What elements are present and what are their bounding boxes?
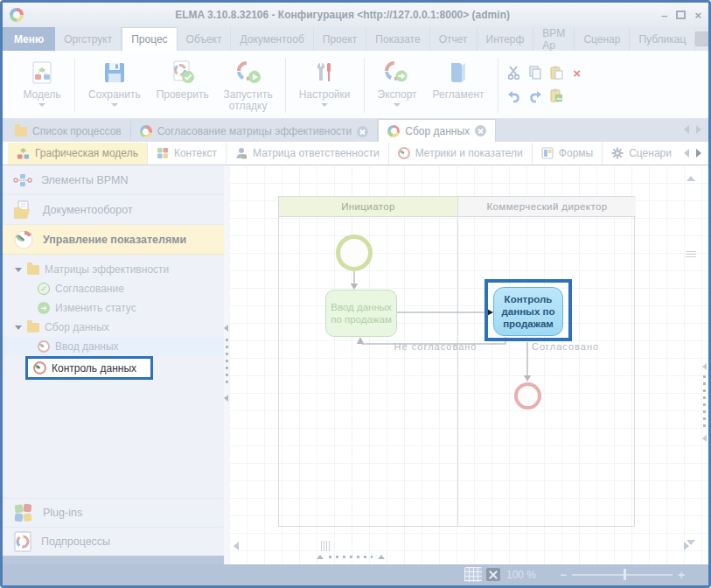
splitter-grip[interactable] — [226, 339, 228, 386]
menu-tab-process[interactable]: Процес — [122, 27, 177, 51]
sidebar-item-bpmn-elements[interactable]: Элементы BPMN — [3, 165, 224, 195]
end-event[interactable] — [514, 382, 541, 410]
paste-icon[interactable] — [548, 65, 564, 80]
process-icon — [140, 125, 152, 137]
scroll-up-icon[interactable] — [687, 176, 695, 181]
tab-metrics[interactable]: Метрики и показатели — [389, 143, 533, 164]
tab-scroll-arrows[interactable] — [684, 125, 701, 134]
hscroll-grip[interactable] — [321, 541, 330, 551]
delete-icon[interactable]: × — [573, 66, 581, 80]
sidebar-item-plugins[interactable]: Plug-ins — [3, 498, 224, 527]
tree-item-data-entry[interactable]: Ввод данных — [3, 337, 224, 356]
model-button[interactable]: Модель — [15, 56, 69, 108]
scroll-right-icon[interactable] — [696, 125, 701, 134]
gauge-mini-icon — [398, 147, 410, 159]
diagram-canvas[interactable]: Инициатор Коммерческий директор Ввод дан… — [229, 165, 708, 564]
menu-tab-object[interactable]: Объект — [178, 27, 232, 51]
settings-button[interactable]: Настройки — [291, 56, 359, 108]
scroll-right-icon[interactable] — [696, 149, 701, 158]
maximize-button[interactable] — [676, 10, 686, 19]
horizontal-scrollbar[interactable] — [229, 540, 689, 552]
scroll-right-icon[interactable] — [684, 542, 689, 550]
check-button[interactable]: Проверить — [149, 56, 217, 102]
minimize-button[interactable]: – — [661, 9, 667, 22]
menu-tab-report[interactable]: Отчет — [430, 27, 477, 51]
menu-tab-publication[interactable]: Публикац — [630, 27, 695, 51]
copy-icon[interactable] — [527, 65, 543, 80]
export-button[interactable]: Экспорт — [370, 56, 425, 108]
reglament-button[interactable]: Регламент — [425, 56, 492, 102]
sidebar-item-indicator-management[interactable]: Управление показателями — [3, 225, 224, 255]
start-event[interactable] — [336, 234, 373, 271]
tab-matrix-approval[interactable]: Согласование матрицы эффективности — [131, 121, 379, 142]
undo-icon[interactable] — [505, 88, 523, 103]
tab-graphic-model[interactable]: Графическая модель — [8, 143, 148, 164]
sequence-flows — [229, 165, 708, 564]
task-data-control[interactable]: Контроль данных по продажам — [493, 287, 563, 336]
cut-icon[interactable] — [506, 65, 522, 80]
scroll-left-icon[interactable] — [234, 542, 239, 550]
zoom-slider-thumb[interactable] — [624, 569, 626, 580]
scroll-left-icon[interactable] — [684, 149, 689, 158]
tree-item-efficiency-matrices[interactable]: Матрицы эффективности — [3, 260, 224, 279]
tree-item-data-collection[interactable]: Сбор данных — [3, 318, 224, 337]
expander-icon[interactable] — [15, 326, 22, 330]
tab-forms[interactable]: Формы — [533, 143, 603, 164]
zoom-in-button[interactable]: + — [678, 568, 685, 582]
expand-up-icon[interactable] — [317, 555, 324, 559]
tab-process-list[interactable]: Список процессов — [6, 121, 131, 142]
task-data-entry[interactable]: Ввод данных по продажам — [325, 290, 397, 337]
collapse-right-icon[interactable] — [702, 363, 707, 370]
close-tab-icon[interactable] — [357, 126, 368, 137]
vertical-scrollbar[interactable] — [685, 165, 697, 564]
tree-item-change-status[interactable]: ➜ Изменить статус — [3, 298, 224, 318]
tab-context[interactable]: Контекст — [148, 143, 227, 164]
menu-tab-orgstruct[interactable]: Оргструкт — [55, 27, 122, 51]
save-button[interactable]: Сохранить — [80, 56, 149, 108]
right-panel-splitter[interactable] — [701, 165, 708, 564]
tab-responsibility-matrix[interactable]: Матрица ответственности — [227, 143, 389, 164]
splitter-grip[interactable] — [703, 375, 706, 430]
paste-special-icon[interactable] — [548, 88, 564, 103]
reglament-book-icon — [447, 58, 470, 88]
tree-item-data-control[interactable]: Контроль данных — [25, 356, 153, 380]
save-dropdown-icon — [111, 103, 118, 107]
sidebar-item-docflow[interactable]: Документооборот — [3, 195, 224, 225]
menu-tab-project[interactable]: Проект — [314, 27, 367, 51]
close-tab-icon[interactable] — [475, 125, 486, 136]
vscroll-grip[interactable] — [686, 251, 696, 259]
zoom-slider[interactable] — [572, 574, 673, 576]
tab-scripts[interactable]: Сценари — [603, 143, 680, 164]
tree-item-approval[interactable]: ✓ Согласование — [3, 279, 224, 298]
export-dropdown-icon — [394, 103, 401, 107]
max-toggle[interactable]: MAX — [695, 32, 711, 46]
status-bar: 100 % − + — [3, 564, 708, 585]
view-tab-scroll-arrows[interactable] — [684, 149, 701, 158]
close-button[interactable]: × — [694, 9, 701, 22]
menu-tab-docflow[interactable]: Документооб — [231, 27, 313, 51]
menu-tab-interface[interactable]: Интерф — [477, 27, 534, 51]
sidebar-item-subprocesses[interactable]: Подпроцессы — [3, 527, 224, 556]
tab-data-collection[interactable]: Сбор данных — [378, 119, 496, 142]
check-model-icon — [169, 58, 197, 88]
menu-tab-indicators[interactable]: Показате — [366, 27, 429, 51]
flow-label-approved: Согласовано — [532, 341, 599, 352]
menu-tab-scripts[interactable]: Сценар — [575, 27, 630, 51]
redo-icon[interactable] — [526, 88, 544, 103]
bottom-panel-splitter[interactable] — [317, 553, 395, 560]
collapse-left-icon[interactable] — [224, 395, 228, 402]
run-debug-button[interactable]: Запустить отладку — [217, 56, 280, 114]
collapse-left-icon[interactable] — [224, 325, 228, 332]
scroll-left-icon[interactable] — [684, 125, 689, 134]
collapse-right-icon[interactable] — [702, 435, 707, 442]
expander-icon[interactable] — [15, 268, 22, 272]
zoom-out-button[interactable]: − — [560, 568, 567, 582]
expand-up-icon[interactable] — [378, 555, 385, 559]
splitter-grip[interactable] — [329, 556, 373, 558]
fit-view-icon[interactable] — [486, 568, 500, 581]
menu-button[interactable]: Меню — [3, 27, 55, 51]
form-icon — [541, 147, 554, 159]
process-icon — [387, 125, 400, 137]
menu-tab-bpm-apps[interactable]: BPM Ap — [533, 27, 575, 51]
grid-toggle-icon[interactable] — [464, 567, 482, 582]
